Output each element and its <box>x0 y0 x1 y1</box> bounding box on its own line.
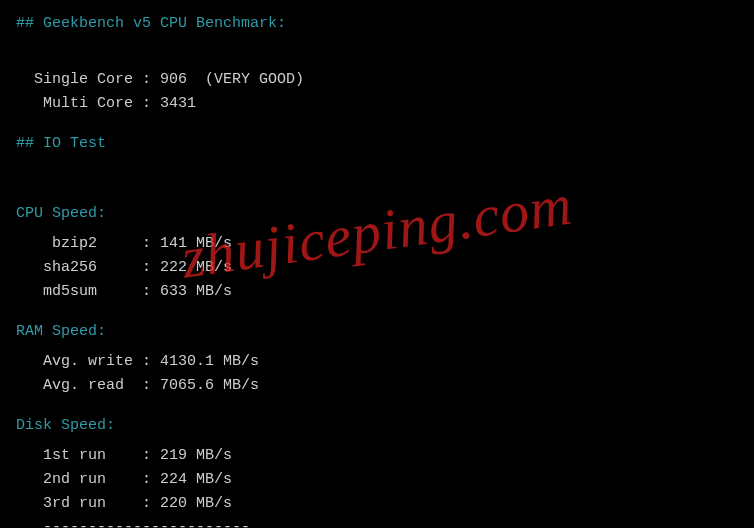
cpu-md5sum-line: md5sum : 633 MB/s <box>16 280 738 304</box>
blank-line <box>16 44 738 68</box>
disk-divider-line: ----------------------- <box>16 516 738 528</box>
cpu-sha256-line: sha256 : 222 MB/s <box>16 256 738 280</box>
multi-core-line: Multi Core : 3431 <box>16 92 738 116</box>
ram-read-line: Avg. read : 7065.6 MB/s <box>16 374 738 398</box>
disk-run3-line: 3rd run : 220 MB/s <box>16 492 738 516</box>
cpu-speed-header: CPU Speed: <box>16 202 738 226</box>
ram-speed-header: RAM Speed: <box>16 320 738 344</box>
disk-run1-line: 1st run : 219 MB/s <box>16 444 738 468</box>
geekbench-header: ## Geekbench v5 CPU Benchmark: <box>16 12 738 36</box>
io-test-header: ## IO Test <box>16 132 738 156</box>
disk-speed-header: Disk Speed: <box>16 414 738 438</box>
single-core-line: Single Core : 906 (VERY GOOD) <box>16 68 738 92</box>
disk-run2-line: 2nd run : 224 MB/s <box>16 468 738 492</box>
cpu-bzip2-line: bzip2 : 141 MB/s <box>16 232 738 256</box>
blank-line <box>16 162 738 186</box>
ram-write-line: Avg. write : 4130.1 MB/s <box>16 350 738 374</box>
